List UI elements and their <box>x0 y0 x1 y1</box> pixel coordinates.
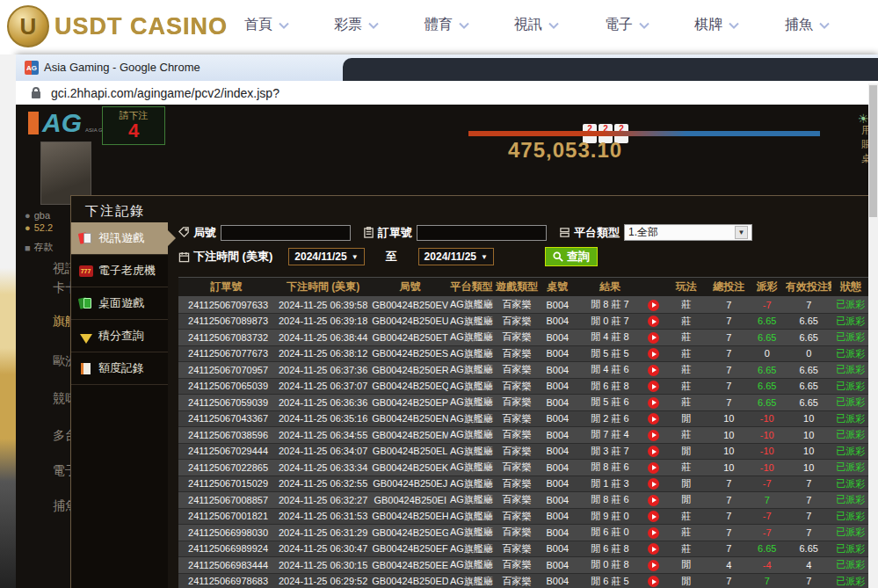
nav-item-6[interactable]: 棋牌 <box>694 16 739 34</box>
replay-video-icon[interactable] <box>648 478 659 490</box>
nav-item-2[interactable]: 彩票 <box>334 16 379 34</box>
cell-status: 已派彩 <box>831 427 869 444</box>
replay-video-icon[interactable] <box>648 462 659 474</box>
bet-meter-bar <box>468 131 820 136</box>
replay-video-icon[interactable] <box>648 316 659 327</box>
cell-order: 241125066983444 <box>178 557 274 574</box>
cell-replay <box>643 443 663 460</box>
cell-replay <box>643 460 663 476</box>
replay-video-icon[interactable] <box>648 446 659 457</box>
cell-time: 2024-11-25 06:32:27 <box>274 492 372 509</box>
browser-titlebar[interactable]: AG Asia Gaming - Google Chrome <box>16 54 878 81</box>
cell-valid: 10 <box>786 410 832 427</box>
cell-replay <box>643 330 663 346</box>
sidebar-item-4[interactable]: 積分查詢 <box>71 320 168 352</box>
replay-video-icon[interactable] <box>648 430 659 441</box>
cell-order: 241125067029444 <box>178 443 274 460</box>
replay-video-icon[interactable] <box>648 348 659 359</box>
cell-order: 241125067038596 <box>178 427 274 444</box>
tag-icon <box>178 227 190 238</box>
cell-bet: 7 <box>709 508 748 525</box>
nav-item-label: 體育 <box>424 16 453 34</box>
cell-table_no: B004 <box>539 460 576 476</box>
scrollbar-thumb[interactable] <box>869 85 877 217</box>
platform-type-select[interactable]: 1.全部 ▼ <box>624 224 752 241</box>
cell-payout: -7 <box>749 475 786 492</box>
replay-video-icon[interactable] <box>648 300 659 311</box>
replay-video-icon[interactable] <box>648 511 659 522</box>
username-text: gba <box>34 210 50 221</box>
dropdown-arrow-icon: ▼ <box>735 226 748 239</box>
column-header: 平台類型 <box>448 278 495 297</box>
nav-item-7[interactable]: 捕魚 <box>785 16 830 34</box>
replay-video-icon[interactable] <box>648 381 659 392</box>
replay-video-icon[interactable] <box>648 365 659 376</box>
sidebar-item-2[interactable]: 777電子老虎機 <box>71 255 168 287</box>
chevron-down-icon <box>279 22 289 29</box>
cell-bet: 7 <box>709 492 748 509</box>
sidebar-item-1[interactable]: 視訊遊戲 <box>71 222 168 255</box>
cell-result: 閒 4 莊 6 <box>577 362 644 379</box>
cell-bet: 10 <box>709 443 748 460</box>
cell-game: 百家樂 <box>495 573 540 588</box>
cell-play: 莊 <box>664 541 710 557</box>
cell-platform: AG旗艦廳 <box>448 378 495 395</box>
nav-item-5[interactable]: 電子 <box>605 16 649 34</box>
bet-countdown-box: 請下注 4 <box>102 106 165 145</box>
cell-platform: AG旗艦廳 <box>448 410 495 427</box>
cell-replay <box>643 410 663 427</box>
deposit-row[interactable]: ■ 存款 <box>25 241 54 254</box>
user-icon: ● <box>25 210 31 221</box>
cell-platform: AG旗艦廳 <box>448 313 495 330</box>
nav-item-1[interactable]: 首頁 <box>244 16 289 34</box>
cell-bet: 7 <box>709 573 748 588</box>
sidebar-item-3[interactable]: 桌面遊戲 <box>71 287 168 320</box>
column-header: 狀態 <box>831 278 869 297</box>
server-list-icon <box>559 227 570 238</box>
cell-bet: 10 <box>709 460 748 476</box>
table-row: 2411250670837322024-11-25 06:38:44GB0042… <box>178 330 869 346</box>
order-no-input[interactable] <box>417 225 547 241</box>
cell-platform: AG旗艦廳 <box>448 297 495 314</box>
cell-result: 閒 2 莊 6 <box>577 410 644 427</box>
cell-table_no: B004 <box>539 410 576 427</box>
search-button[interactable]: 查詢 <box>545 247 598 266</box>
replay-video-icon[interactable] <box>648 397 659 409</box>
cell-play: 莊 <box>664 508 710 525</box>
replay-video-icon[interactable] <box>648 560 659 571</box>
cell-time: 2024-11-25 06:37:07 <box>274 378 372 395</box>
round-no-label: 局號 <box>178 225 216 241</box>
replay-video-icon[interactable] <box>648 332 659 344</box>
replay-video-icon[interactable] <box>648 576 659 587</box>
site-logo[interactable]: U USDT CASINO <box>7 5 228 47</box>
cell-status: 已派彩 <box>831 460 869 476</box>
replay-video-icon[interactable] <box>648 413 659 425</box>
cell-order: 241125067065039 <box>178 378 274 395</box>
sidebar-item-5[interactable]: 額度記錄 <box>71 352 168 385</box>
cell-game: 百家樂 <box>495 378 540 395</box>
date-to-select[interactable]: 2024/11/25▼ <box>418 248 494 265</box>
date-from-select[interactable]: 2024/11/25▼ <box>288 248 364 265</box>
cell-round: GB00424B250EP <box>372 395 448 411</box>
replay-video-icon[interactable] <box>648 543 659 555</box>
cell-payout: -7 <box>749 297 786 314</box>
cell-game: 百家樂 <box>495 557 540 574</box>
cell-game: 百家樂 <box>495 395 540 411</box>
vertical-scrollbar[interactable] <box>868 83 878 588</box>
cell-time: 2024-11-25 06:35:16 <box>274 410 372 427</box>
round-no-input[interactable] <box>221 225 351 241</box>
sidebar-item-label: 積分查詢 <box>98 328 144 344</box>
replay-video-icon[interactable] <box>648 495 659 506</box>
nav-item-3[interactable]: 體育 <box>424 16 469 34</box>
cell-game: 百家樂 <box>495 508 540 525</box>
cell-time: 2024-11-25 06:37:36 <box>274 362 372 379</box>
calendar-icon <box>178 251 190 263</box>
cell-game: 百家樂 <box>495 330 540 346</box>
browser-urlbar[interactable]: gci.2hhapi.com/agingame/pcv2/index.jsp? <box>16 81 878 105</box>
nav-item-label: 視訊 <box>514 16 542 34</box>
cell-status: 已派彩 <box>831 443 869 460</box>
nav-item-label: 電子 <box>605 16 633 34</box>
replay-video-icon[interactable] <box>648 527 659 539</box>
nav-item-4[interactable]: 視訊 <box>514 16 559 34</box>
cell-game: 百家樂 <box>495 460 540 476</box>
